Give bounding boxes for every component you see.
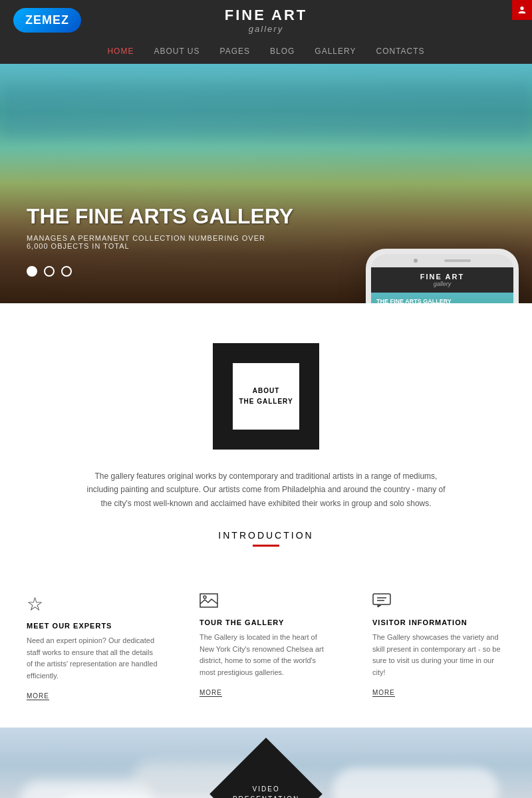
about-box-label: ABOUTTHE GALLERY bbox=[239, 386, 293, 407]
nav-blog[interactable]: BLOG bbox=[270, 47, 295, 56]
phone-speaker bbox=[444, 259, 471, 262]
feature-tour: TOUR THE GALLERY The Gallery is located … bbox=[200, 593, 332, 700]
about-box-container: ABOUTTHE GALLERY bbox=[27, 343, 505, 450]
phone-screen: FINE ART gallery THE FINE ARTS GALLERY M… bbox=[371, 267, 513, 303]
intro-title: INTRODUCTION bbox=[27, 530, 505, 541]
visitor-more-link[interactable]: MORE bbox=[372, 689, 395, 697]
experts-more-link[interactable]: MORE bbox=[27, 692, 49, 700]
feature-experts: ☆ MEET OUR EXPERTS Need an expert opinio… bbox=[27, 593, 160, 700]
user-icon bbox=[517, 5, 527, 15]
nav-contacts[interactable]: CONTACTS bbox=[376, 47, 425, 56]
svg-rect-2 bbox=[373, 594, 390, 604]
header: ZEMEZ FINE ART gallery bbox=[0, 0, 532, 40]
about-section: ABOUTTHE GALLERY The gallery features or… bbox=[0, 303, 532, 593]
nav-gallery[interactable]: GALLERY bbox=[315, 47, 356, 56]
phone-hero-image: THE FINE ARTS GALLERY MANAGES A PERMANEN… bbox=[371, 293, 513, 303]
tour-title: TOUR THE GALLERY bbox=[200, 618, 332, 626]
header-action-icon[interactable] bbox=[512, 0, 532, 20]
about-black-box: ABOUTTHE GALLERY bbox=[213, 343, 319, 450]
message-icon bbox=[372, 593, 505, 612]
features-section: ☆ MEET OUR EXPERTS Need an expert opinio… bbox=[0, 593, 532, 727]
star-icon: ☆ bbox=[27, 593, 160, 615]
dot-3[interactable] bbox=[61, 266, 72, 277]
tour-more-link[interactable]: MORE bbox=[200, 689, 222, 697]
phone-mockup: FINE ART gallery THE FINE ARTS GALLERY M… bbox=[366, 249, 519, 303]
nav-pages[interactable]: PAGES bbox=[220, 47, 250, 56]
dot-2[interactable] bbox=[44, 266, 55, 277]
experts-title: MEET OUR EXPERTS bbox=[27, 622, 160, 630]
phone-top-bar bbox=[371, 254, 513, 267]
main-nav: HOME ABOUT US PAGES BLOG GALLERY CONTACT… bbox=[0, 40, 532, 64]
phone-hero-title: THE FINE ARTS GALLERY bbox=[376, 298, 508, 303]
visitor-text: The Gallery showcases the variety and sk… bbox=[372, 632, 505, 678]
video-section: VIDEO PRESENTATION START NOW bbox=[0, 728, 532, 798]
phone-camera bbox=[414, 259, 418, 263]
image-icon bbox=[200, 593, 332, 612]
diamond-label: VIDEO PRESENTATION bbox=[233, 784, 299, 798]
gallery-description: The gallery features original works by c… bbox=[86, 469, 446, 510]
hero-text-block: THE FINE ARTS GALLERY MANAGES A PERMANEN… bbox=[27, 204, 293, 250]
nav-home[interactable]: HOME bbox=[107, 47, 134, 56]
about-white-inner: ABOUTTHE GALLERY bbox=[233, 363, 299, 430]
logo[interactable]: ZEMEZ bbox=[13, 8, 81, 33]
intro-underline bbox=[253, 545, 279, 547]
hero-section: THE FINE ARTS GALLERY MANAGES A PERMANEN… bbox=[0, 64, 532, 303]
tour-text: The Gallery is located in the heart of N… bbox=[200, 632, 332, 678]
dot-1[interactable] bbox=[27, 266, 37, 277]
svg-point-1 bbox=[203, 596, 206, 598]
hero-subtitle: MANAGES A PERMANENT COLLECTION NUMBERING… bbox=[27, 234, 293, 250]
hero-title: THE FINE ARTS GALLERY bbox=[27, 204, 293, 229]
hero-dots[interactable] bbox=[27, 266, 72, 277]
experts-text: Need an expert opinion? Our dedicated st… bbox=[27, 635, 160, 682]
visitor-title: VISITOR INFORMATION bbox=[372, 618, 505, 626]
phone-screen-header: FINE ART gallery bbox=[371, 267, 513, 293]
site-title: FINE ART gallery bbox=[225, 7, 308, 34]
feature-visitor: VISITOR INFORMATION The Gallery showcase… bbox=[372, 593, 505, 700]
svg-rect-0 bbox=[200, 594, 217, 607]
nav-about-us[interactable]: ABOUT US bbox=[154, 47, 200, 56]
